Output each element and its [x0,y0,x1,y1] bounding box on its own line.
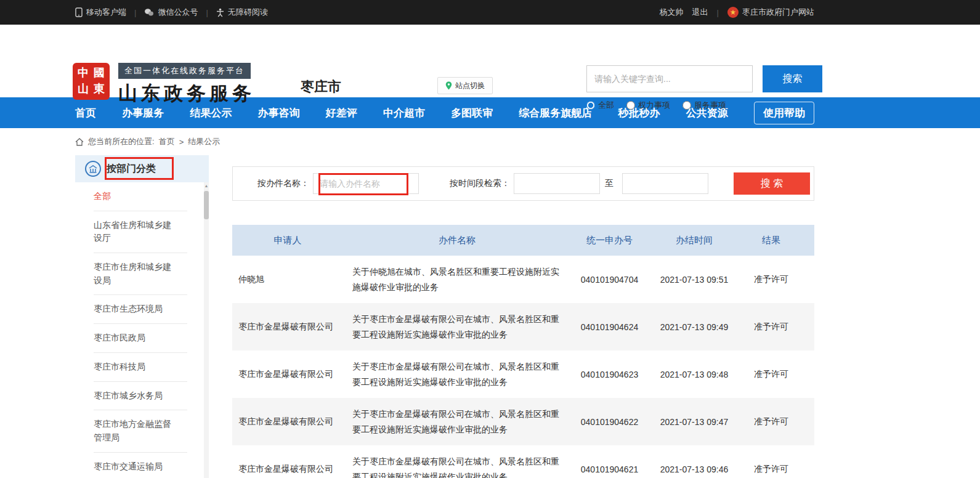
sidebar-scrollbar-track[interactable] [204,182,209,478]
table-row: 枣庄市金星爆破有限公司 关于枣庄市金星爆破有限公司在城市、风景名胜区和重要工程设… [232,303,814,350]
nav-home[interactable]: 首页 [75,106,96,120]
filter-search-button[interactable]: 搜 索 [734,172,810,195]
phone-icon [75,7,83,17]
site-title: 山东政务服务 [118,81,255,107]
cell-number: 040101904622 [571,417,648,427]
cell-time: 2021-07-13 09:47 [648,417,740,427]
col-header-item-name: 办件名称 [343,235,571,246]
logout-link[interactable]: 退出 [692,7,708,18]
nav-help[interactable]: 使用帮助 [754,102,814,124]
gov-portal-link[interactable]: 枣庄市政府门户网站 [727,7,814,18]
cell-applicant: 仲晓旭 [232,274,343,285]
col-header-result: 结果 [740,235,802,246]
table-row: 枣庄市金星爆破有限公司 关于枣庄市金星爆破有限公司在城市、风景名胜区和重要工程设… [232,350,814,398]
dept-item[interactable]: 山东省住房和城乡建设厅 [94,211,187,253]
cell-item-name: 关于枣庄市金星爆破有限公司在城市、风景名胜区和重要工程设施附近实施爆破作业审批的… [343,306,571,348]
cell-result: 准予许可 [740,464,802,475]
site-header: 中 國 山 東 全国一体化在线政务服务平台 山东政务服务 枣庄市 站点切换 搜索… [0,25,980,97]
nav-rating[interactable]: 好差评 [326,106,357,120]
cell-item-name: 关于枣庄市金星爆破有限公司在城市、风景名胜区和重要工程设施附近实施爆破作业审批的… [343,448,571,478]
col-header-number: 统一申办号 [571,235,648,246]
breadcrumb-separator: > [179,137,184,147]
item-name-input[interactable] [313,173,419,194]
cell-applicant: 枣庄市金星爆破有限公司 [232,369,343,380]
mobile-client-label: 移动客户端 [86,7,126,18]
nav-results[interactable]: 结果公示 [190,106,232,120]
cell-number: 040101904621 [571,464,648,474]
keyword-search-input[interactable] [586,65,753,92]
scroll-up-arrow[interactable]: ▲ [204,184,209,188]
to-label: 至 [605,178,614,189]
table-row: 枣庄市金星爆破有限公司 关于枣庄市金星爆破有限公司在城市、风景名胜区和重要工程设… [232,445,814,478]
accessibility-link[interactable]: 无障碍阅读 [216,7,268,18]
keyword-search-button[interactable]: 搜索 [763,65,822,92]
results-table: 申请人 办件名称 统一申办号 办结时间 结果 仲晓旭 关于仲晓旭在城市、风景名胜… [232,225,814,478]
divider: | [134,8,136,17]
cell-result: 准予许可 [740,274,802,285]
accessibility-icon [216,8,224,17]
dept-item[interactable]: 枣庄市地方金融监督管理局 [94,410,187,452]
radio-all[interactable]: 全部 [586,100,614,111]
mobile-client-link[interactable]: 移动客户端 [75,7,126,18]
pin-icon [445,81,452,90]
cell-applicant: 枣庄市金星爆破有限公司 [232,464,343,475]
filter-bar: 按办件名称： 按时间段检索： 至 搜 索 [232,166,814,201]
cell-result: 准予许可 [740,416,802,427]
time-to-input[interactable] [622,173,708,194]
site-switch-button[interactable]: 站点切换 [437,77,493,94]
content-area: 按部门分类 全部 山东省住房和城乡建设厅 枣庄市住房和城乡建设局 枣庄市生态环境… [75,155,814,478]
radio-service-items[interactable]: 服务事项 [682,100,726,111]
col-header-time: 办结时间 [648,235,740,246]
radio-power-items[interactable]: 权力事项 [626,100,670,111]
cell-time: 2021-07-13 09:48 [648,370,740,379]
nav-joint-review[interactable]: 多图联审 [451,106,493,120]
department-icon [85,161,101,177]
username-link[interactable]: 杨文帅 [660,7,684,18]
nav-flagship-store[interactable]: 综合服务旗舰店 [519,106,592,120]
cell-item-name: 关于枣庄市金星爆破有限公司在城市、风景名胜区和重要工程设施附近实施爆破作业审批的… [343,400,571,443]
dept-item[interactable]: 枣庄市住房和城乡建设局 [94,253,187,295]
emblem-icon [727,7,739,18]
divider: | [717,8,719,17]
breadcrumb-home-link[interactable]: 首页 [159,136,175,147]
wechat-link[interactable]: 微信公众号 [144,7,198,18]
nav-consult[interactable]: 办事咨询 [258,106,300,120]
site-switch-label: 站点切换 [455,81,485,91]
radio-service-items-input[interactable] [682,101,691,110]
divider: | [206,8,208,17]
platform-badge: 全国一体化在线政务服务平台 [118,63,251,79]
dept-item[interactable]: 枣庄市交通运输局 [94,453,187,478]
cell-number: 040101904704 [571,275,648,285]
dept-item[interactable]: 枣庄市科技局 [94,353,187,382]
time-from-input[interactable] [514,173,600,194]
sidebar-scrollbar-thumb[interactable] [204,191,209,219]
time-filter-label: 按时间段检索： [450,178,510,189]
search-scope-radios: 全部 权力事项 服务事项 [586,100,726,111]
dept-item[interactable]: 枣庄市城乡水务局 [94,382,187,411]
cell-number: 040101904623 [571,370,648,379]
nav-agency-market[interactable]: 中介超市 [383,106,425,120]
site-logo[interactable]: 中 國 山 東 全国一体化在线政务服务平台 山东政务服务 [73,63,255,107]
shandong-seal-logo: 中 國 山 東 [73,63,110,100]
breadcrumb-prefix: 您当前所在的位置: [88,136,155,147]
radio-service-items-label: 服务事项 [694,100,726,111]
brand-text-block: 全国一体化在线政务服务平台 山东政务服务 [118,63,255,107]
dept-item[interactable]: 枣庄市生态环境局 [94,295,187,324]
breadcrumb-current: 结果公示 [188,136,220,147]
cell-time: 2021-07-13 09:51 [648,275,740,285]
accessibility-label: 无障碍阅读 [228,7,268,18]
dept-item-all[interactable]: 全部 [94,182,187,211]
nav-services[interactable]: 办事服务 [122,106,164,120]
sidebar-header: 按部门分类 [75,155,209,182]
table-row: 仲晓旭 关于仲晓旭在城市、风景名胜区和重要工程设施附近实施爆破作业审批的业务 0… [232,256,814,303]
cell-result: 准予许可 [740,369,802,380]
radio-all-input[interactable] [586,101,595,110]
radio-power-items-input[interactable] [626,101,635,110]
name-filter-label: 按办件名称： [257,178,309,189]
seal-char: 山 [78,83,89,96]
topbar: 移动客户端 | 微信公众号 | 无障碍阅读 杨文帅 退出 | 枣庄市政府门户网站 [0,0,980,25]
gov-portal-label: 枣庄市政府门户网站 [742,7,814,18]
home-icon [75,138,84,146]
cell-applicant: 枣庄市金星爆破有限公司 [232,416,343,427]
dept-item[interactable]: 枣庄市民政局 [94,324,187,353]
